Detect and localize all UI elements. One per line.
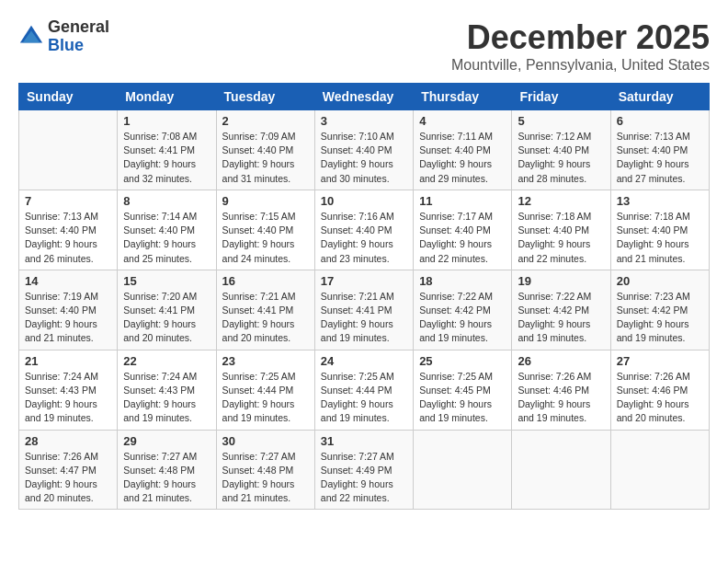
day-number: 22 — [123, 354, 210, 368]
logo: General Blue — [18, 18, 109, 55]
calendar-cell: 4Sunrise: 7:11 AMSunset: 4:40 PMDaylight… — [414, 110, 512, 190]
calendar-week-row: 7Sunrise: 7:13 AMSunset: 4:40 PMDaylight… — [19, 190, 710, 270]
day-number: 25 — [419, 354, 506, 368]
day-number: 20 — [617, 274, 703, 288]
day-number: 14 — [25, 274, 111, 288]
calendar-cell: 26Sunrise: 7:26 AMSunset: 4:46 PMDayligh… — [512, 350, 610, 430]
day-info: Sunrise: 7:09 AMSunset: 4:40 PMDaylight:… — [222, 130, 309, 186]
calendar-cell: 20Sunrise: 7:23 AMSunset: 4:42 PMDayligh… — [610, 270, 709, 350]
calendar-cell: 14Sunrise: 7:19 AMSunset: 4:40 PMDayligh… — [19, 270, 118, 350]
day-info: Sunrise: 7:18 AMSunset: 4:40 PMDaylight:… — [518, 210, 604, 266]
day-number: 2 — [222, 114, 309, 128]
day-info: Sunrise: 7:12 AMSunset: 4:40 PMDaylight:… — [518, 130, 604, 186]
day-number: 13 — [617, 194, 703, 208]
day-info: Sunrise: 7:24 AMSunset: 4:43 PMDaylight:… — [123, 370, 210, 426]
calendar-subtitle: Mountville, Pennsylvania, United States — [451, 57, 710, 74]
calendar-cell — [610, 430, 709, 510]
day-number: 23 — [222, 354, 309, 368]
day-number: 21 — [25, 354, 111, 368]
day-number: 27 — [617, 354, 703, 368]
column-header-thursday: Thursday — [414, 84, 512, 110]
day-number: 31 — [321, 434, 407, 448]
day-info: Sunrise: 7:24 AMSunset: 4:43 PMDaylight:… — [25, 370, 111, 426]
day-info: Sunrise: 7:26 AMSunset: 4:46 PMDaylight:… — [518, 370, 604, 426]
calendar-cell: 7Sunrise: 7:13 AMSunset: 4:40 PMDaylight… — [19, 190, 118, 270]
day-info: Sunrise: 7:17 AMSunset: 4:40 PMDaylight:… — [419, 210, 506, 266]
day-info: Sunrise: 7:21 AMSunset: 4:41 PMDaylight:… — [321, 290, 407, 346]
calendar-cell: 27Sunrise: 7:26 AMSunset: 4:46 PMDayligh… — [610, 350, 709, 430]
calendar-cell: 21Sunrise: 7:24 AMSunset: 4:43 PMDayligh… — [19, 350, 118, 430]
day-number: 18 — [419, 274, 506, 288]
calendar-title: December 2025 — [451, 18, 710, 57]
day-info: Sunrise: 7:27 AMSunset: 4:48 PMDaylight:… — [123, 450, 210, 506]
day-number: 28 — [25, 434, 111, 448]
column-header-wednesday: Wednesday — [314, 84, 413, 110]
logo-icon — [18, 24, 44, 50]
day-number: 4 — [419, 114, 506, 128]
day-info: Sunrise: 7:21 AMSunset: 4:41 PMDaylight:… — [222, 290, 309, 346]
calendar-cell: 23Sunrise: 7:25 AMSunset: 4:44 PMDayligh… — [216, 350, 314, 430]
calendar-cell — [414, 430, 512, 510]
calendar-cell: 10Sunrise: 7:16 AMSunset: 4:40 PMDayligh… — [314, 190, 413, 270]
day-info: Sunrise: 7:25 AMSunset: 4:45 PMDaylight:… — [419, 370, 506, 426]
calendar-cell: 24Sunrise: 7:25 AMSunset: 4:44 PMDayligh… — [314, 350, 413, 430]
calendar-cell: 18Sunrise: 7:22 AMSunset: 4:42 PMDayligh… — [414, 270, 512, 350]
day-number: 12 — [518, 194, 604, 208]
day-info: Sunrise: 7:08 AMSunset: 4:41 PMDaylight:… — [123, 130, 210, 186]
calendar-cell: 1Sunrise: 7:08 AMSunset: 4:41 PMDaylight… — [118, 110, 216, 190]
day-info: Sunrise: 7:25 AMSunset: 4:44 PMDaylight:… — [321, 370, 407, 426]
day-number: 19 — [518, 274, 604, 288]
calendar-cell: 29Sunrise: 7:27 AMSunset: 4:48 PMDayligh… — [118, 430, 216, 510]
day-number: 26 — [518, 354, 604, 368]
logo-text: General Blue — [48, 18, 109, 55]
logo-general: General — [48, 18, 109, 37]
day-info: Sunrise: 7:10 AMSunset: 4:40 PMDaylight:… — [321, 130, 407, 186]
calendar-cell: 30Sunrise: 7:27 AMSunset: 4:48 PMDayligh… — [216, 430, 314, 510]
calendar-week-row: 1Sunrise: 7:08 AMSunset: 4:41 PMDaylight… — [19, 110, 710, 190]
calendar-cell: 16Sunrise: 7:21 AMSunset: 4:41 PMDayligh… — [216, 270, 314, 350]
column-header-saturday: Saturday — [610, 84, 709, 110]
calendar-cell: 13Sunrise: 7:18 AMSunset: 4:40 PMDayligh… — [610, 190, 709, 270]
day-info: Sunrise: 7:20 AMSunset: 4:41 PMDaylight:… — [123, 290, 210, 346]
calendar-cell — [512, 430, 610, 510]
calendar-cell: 6Sunrise: 7:13 AMSunset: 4:40 PMDaylight… — [610, 110, 709, 190]
day-info: Sunrise: 7:22 AMSunset: 4:42 PMDaylight:… — [419, 290, 506, 346]
page-header: General Blue December 2025 Mountville, P… — [18, 18, 710, 74]
day-number: 5 — [518, 114, 604, 128]
day-number: 16 — [222, 274, 309, 288]
column-header-tuesday: Tuesday — [216, 84, 314, 110]
day-info: Sunrise: 7:26 AMSunset: 4:46 PMDaylight:… — [617, 370, 703, 426]
column-header-sunday: Sunday — [19, 84, 118, 110]
calendar-cell: 2Sunrise: 7:09 AMSunset: 4:40 PMDaylight… — [216, 110, 314, 190]
day-number: 1 — [123, 114, 210, 128]
day-info: Sunrise: 7:18 AMSunset: 4:40 PMDaylight:… — [617, 210, 703, 266]
logo-blue: Blue — [48, 37, 109, 55]
day-number: 9 — [222, 194, 309, 208]
day-number: 30 — [222, 434, 309, 448]
day-number: 17 — [321, 274, 407, 288]
calendar-cell: 5Sunrise: 7:12 AMSunset: 4:40 PMDaylight… — [512, 110, 610, 190]
header-row: SundayMondayTuesdayWednesdayThursdayFrid… — [19, 84, 710, 110]
day-info: Sunrise: 7:16 AMSunset: 4:40 PMDaylight:… — [321, 210, 407, 266]
column-header-monday: Monday — [118, 84, 216, 110]
calendar-cell: 11Sunrise: 7:17 AMSunset: 4:40 PMDayligh… — [414, 190, 512, 270]
calendar-cell: 3Sunrise: 7:10 AMSunset: 4:40 PMDaylight… — [314, 110, 413, 190]
day-info: Sunrise: 7:19 AMSunset: 4:40 PMDaylight:… — [25, 290, 111, 346]
day-info: Sunrise: 7:25 AMSunset: 4:44 PMDaylight:… — [222, 370, 309, 426]
calendar-cell: 8Sunrise: 7:14 AMSunset: 4:40 PMDaylight… — [118, 190, 216, 270]
day-number: 7 — [25, 194, 111, 208]
day-number: 24 — [321, 354, 407, 368]
calendar-cell: 9Sunrise: 7:15 AMSunset: 4:40 PMDaylight… — [216, 190, 314, 270]
calendar-cell: 25Sunrise: 7:25 AMSunset: 4:45 PMDayligh… — [414, 350, 512, 430]
day-number: 29 — [123, 434, 210, 448]
calendar-cell: 22Sunrise: 7:24 AMSunset: 4:43 PMDayligh… — [118, 350, 216, 430]
calendar-table: SundayMondayTuesdayWednesdayThursdayFrid… — [18, 83, 710, 510]
day-info: Sunrise: 7:26 AMSunset: 4:47 PMDaylight:… — [25, 450, 111, 506]
day-number: 3 — [321, 114, 407, 128]
column-header-friday: Friday — [512, 84, 610, 110]
calendar-cell: 31Sunrise: 7:27 AMSunset: 4:49 PMDayligh… — [314, 430, 413, 510]
day-info: Sunrise: 7:27 AMSunset: 4:49 PMDaylight:… — [321, 450, 407, 506]
day-number: 8 — [123, 194, 210, 208]
day-info: Sunrise: 7:11 AMSunset: 4:40 PMDaylight:… — [419, 130, 506, 186]
calendar-cell: 17Sunrise: 7:21 AMSunset: 4:41 PMDayligh… — [314, 270, 413, 350]
